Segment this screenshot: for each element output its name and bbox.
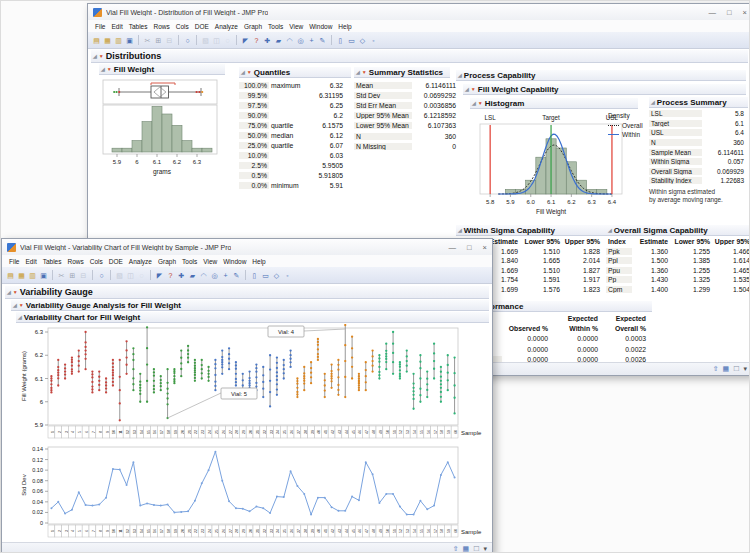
variability-window-titlebar[interactable]: Vial Fill Weight - Variability Chart of … [2, 239, 492, 256]
minimize-button[interactable]: — [449, 243, 457, 252]
menu-window[interactable]: Window [306, 23, 335, 30]
save-icon[interactable]: ▣ [39, 271, 48, 280]
refresh-icon[interactable]: ⇧ [713, 365, 719, 373]
red-triangle-icon[interactable]: ▼ [107, 67, 112, 72]
row-selection-icon[interactable]: ▧ [115, 271, 124, 280]
open-database-icon[interactable]: ▥ [114, 36, 123, 45]
arrow-tool-icon[interactable]: ◤ [155, 271, 164, 280]
new-data-table-icon[interactable]: ▤ [92, 36, 101, 45]
outline-quantiles[interactable]: ◢ ▼ Quantiles [239, 67, 351, 78]
hide-rows-icon[interactable]: ◌ [223, 36, 232, 45]
outline-fill-weight-capability[interactable]: ◢ ▼ Fill Weight Capability [463, 84, 746, 95]
zoom-icon[interactable]: ○ [183, 36, 192, 45]
menu-edit[interactable]: Edit [22, 258, 39, 265]
cut-icon[interactable]: ✂ [57, 271, 66, 280]
open-file-icon[interactable]: ▦ [17, 271, 26, 280]
disclosure-icon[interactable]: ◢ [465, 87, 469, 92]
caret-down-icon[interactable]: ▾ [743, 365, 747, 373]
magnifier-tool-icon[interactable]: ◎ [210, 271, 219, 280]
disclosure-icon[interactable]: ◢ [458, 228, 462, 233]
disclosure-icon[interactable]: ◢ [458, 73, 462, 78]
distribution-window-titlebar[interactable]: Vial Fill Weight - Distribution of Fill … [88, 4, 750, 21]
outline-histogram[interactable]: ◢ ▼ Histogram [470, 98, 638, 109]
stddev-chart[interactable]: 00.020.040.060.080.100.120.14Std Dev1234… [18, 443, 488, 541]
outline-distributions[interactable]: ◢ ▼ Distributions [91, 50, 748, 63]
menu-cols[interactable]: Cols [87, 258, 106, 265]
menu-analyze[interactable]: Analyze [212, 23, 241, 30]
journal-icon[interactable]: ▯ [250, 271, 259, 280]
menu-doe[interactable]: DOE [192, 23, 212, 30]
outline-variability-chart[interactable]: ◢ Variability Chart for Fill Weight [16, 312, 489, 323]
paste-icon[interactable]: ⊟ [165, 36, 174, 45]
bubble-icon[interactable]: ◦ [283, 271, 292, 280]
outline-variability-analysis[interactable]: ◢ ▼ Variability Gauge Analysis for Fill … [11, 300, 489, 311]
help-tool-icon[interactable]: ? [252, 36, 261, 45]
diagram-icon[interactable]: ◇ [358, 36, 367, 45]
brush-tool-icon[interactable]: ▰ [274, 36, 283, 45]
checkbox-icon[interactable]: ☐ [473, 545, 479, 553]
red-triangle-icon[interactable]: ▼ [471, 87, 476, 92]
menu-doe[interactable]: DOE [106, 258, 126, 265]
disclosure-icon[interactable]: ◢ [13, 303, 17, 308]
disclosure-icon[interactable]: ◢ [7, 290, 11, 295]
menu-tools[interactable]: Tools [265, 23, 286, 30]
checkbox-icon[interactable]: ☐ [733, 365, 739, 373]
grabber-tool-icon[interactable]: ✚ [263, 36, 272, 45]
zoom-icon[interactable]: ○ [97, 271, 106, 280]
disclosure-icon[interactable]: ◢ [608, 228, 612, 233]
copy-icon[interactable]: ⊞ [154, 36, 163, 45]
outline-process-summary[interactable]: ◢ Process Summary [649, 97, 748, 108]
outline-within-sigma-capability[interactable]: ◢ Within Sigma Capability [456, 225, 606, 236]
menu-tools[interactable]: Tools [179, 258, 200, 265]
open-database-icon[interactable]: ▥ [28, 271, 37, 280]
red-triangle-icon[interactable]: ▼ [478, 101, 483, 106]
hide-rows-icon[interactable]: ◌ [137, 271, 146, 280]
menu-view[interactable]: View [200, 258, 220, 265]
disclosure-icon[interactable]: ◢ [241, 70, 245, 75]
variability-chart[interactable]: 5.966.16.26.3Fill Weight (grams)12345678… [18, 324, 488, 443]
lasso-tool-icon[interactable]: ◠ [199, 271, 208, 280]
red-triangle-icon[interactable]: ▼ [362, 70, 367, 75]
layout-icon[interactable]: ▭ [347, 36, 356, 45]
layout-icon[interactable]: ▭ [261, 271, 270, 280]
paste-icon[interactable]: ⊟ [79, 271, 88, 280]
exclude-rows-icon[interactable]: ◫ [126, 271, 135, 280]
crosshair-tool-icon[interactable]: + [307, 36, 316, 45]
red-triangle-icon[interactable]: ▼ [247, 70, 252, 75]
menu-graph[interactable]: Graph [155, 258, 179, 265]
outline-summary-statistics[interactable]: ◢ ▼ Summary Statistics [354, 67, 450, 78]
open-file-icon[interactable]: ▦ [103, 36, 112, 45]
menu-file[interactable]: File [6, 258, 22, 265]
journal-icon[interactable]: ▯ [336, 36, 345, 45]
new-data-table-icon[interactable]: ▤ [6, 271, 15, 280]
menu-rows[interactable]: Rows [150, 23, 172, 30]
outline-overall-sigma-capability[interactable]: ◢ Overall Sigma Capability [606, 225, 750, 236]
menu-rows[interactable]: Rows [64, 258, 86, 265]
crosshair-tool-icon[interactable]: + [221, 271, 230, 280]
menu-window[interactable]: Window [220, 258, 249, 265]
lasso-tool-icon[interactable]: ◠ [285, 36, 294, 45]
menu-tables[interactable]: Tables [126, 23, 151, 30]
red-triangle-icon[interactable]: ▼ [19, 303, 24, 308]
fill-weight-distribution-chart[interactable]: 5.966.16.26.3grams [101, 78, 234, 178]
disclosure-icon[interactable]: ◢ [356, 70, 360, 75]
menu-cols[interactable]: Cols [173, 23, 192, 30]
disclosure-icon[interactable]: ◢ [651, 100, 655, 105]
copy-icon[interactable]: ⊞ [68, 271, 77, 280]
close-button[interactable]: × [483, 243, 487, 252]
menu-view[interactable]: View [286, 23, 306, 30]
outline-fill-weight[interactable]: ◢ ▼ Fill Weight [99, 64, 225, 75]
annotate-tool-icon[interactable]: ✎ [232, 271, 241, 280]
menu-tables[interactable]: Tables [40, 258, 65, 265]
disclosure-icon[interactable]: ◢ [472, 101, 476, 106]
menu-file[interactable]: File [92, 23, 108, 30]
brush-tool-icon[interactable]: ▰ [188, 271, 197, 280]
disclosure-icon[interactable]: ◢ [93, 54, 97, 59]
menu-analyze[interactable]: Analyze [126, 258, 155, 265]
save-icon[interactable]: ▣ [125, 36, 134, 45]
magnifier-tool-icon[interactable]: ◎ [296, 36, 305, 45]
menu-help[interactable]: Help [249, 258, 268, 265]
minimize-button[interactable]: — [709, 8, 717, 17]
menu-help[interactable]: Help [335, 23, 354, 30]
disclosure-icon[interactable]: ◢ [18, 315, 22, 320]
